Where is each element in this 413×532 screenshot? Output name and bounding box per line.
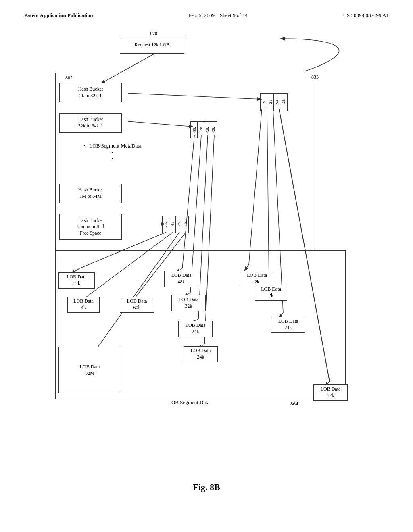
fig-caption: Fig. 8B [24, 482, 389, 493]
lob-data-48k: LOB Data48k [164, 271, 198, 287]
label-870: 870 [150, 31, 157, 37]
lob-data-24k: LOB Data24k [178, 321, 213, 337]
page-header: Patent Application Publication Feb. 5, 2… [24, 12, 389, 19]
cell-4k-s3: 4k [169, 216, 175, 233]
page: Patent Application Publication Feb. 5, 2… [0, 0, 413, 532]
header-right: US 2009/0037499 A1 [343, 12, 389, 19]
hash-bucket-uncommitted: Hash BucketUncommittedFree Space [59, 214, 122, 240]
cell-42k-1: 42k [204, 122, 210, 138]
cell-12k: 12k [280, 94, 287, 111]
label-802: 802 [65, 75, 73, 81]
lob-data-32m: LOB Data32M [58, 347, 121, 393]
lob-data-24k-2: LOB Data24k [184, 346, 218, 362]
segment-3-cells: 32k 4k 32M 60k [162, 216, 189, 233]
request-lob-box: Request 12k LOB [120, 37, 184, 54]
segment-2-cells: 48k 32k 42k 42k [190, 121, 217, 138]
cell-24k: 24k [273, 94, 280, 111]
cell-2k-2: 2k [267, 94, 273, 111]
lob-data-12k: LOB Data12k [313, 384, 348, 401]
header-left: Patent Application Publication [24, 12, 93, 19]
lob-data-4k: LOB Data4k [67, 297, 100, 313]
header-sheet: Sheet 9 of 14 [220, 12, 248, 18]
cell-42k-2: 42k [210, 122, 217, 138]
cell-32k-s3: 32k [163, 216, 169, 233]
header-center: Feb. 5, 2009 Sheet 9 of 14 [188, 12, 248, 19]
lob-segment-data-label: LOB Segment Data [168, 399, 210, 406]
cell-48k: 48k [191, 122, 197, 138]
hash-bucket-2k-32k: Hash Bucket2k to 32k-1 [59, 83, 122, 102]
cell-2k-1: 2k [261, 94, 267, 111]
lob-data-32k-mid: LOB Data32k [171, 295, 206, 311]
lob-data-32k: LOB Data32k [58, 272, 95, 289]
cell-32m-s3: 32M [175, 216, 182, 233]
hash-bucket-32k-64k: Hash Bucket32k to 64k-1 [59, 113, 122, 133]
hash-bucket-1m-64m: Hash Bucket1M to 64M [59, 184, 122, 203]
cell-60k-s3: 60k [182, 216, 188, 233]
lob-data-2k-2: LOB Data2k [255, 285, 287, 301]
lob-data-60k: LOB Data60k [120, 297, 154, 313]
label-864: 864 [290, 401, 298, 407]
header-date: Feb. 5, 2009 [188, 12, 215, 18]
label-833: 833 [311, 74, 319, 80]
lob-data-24k-3: LOB Data24k [271, 317, 305, 333]
lob-segment-metadata: • LOB Segment MetaData • • [83, 143, 142, 162]
diagram-area: 870 Request 12k LOB 802 Hash Bucket2k to… [31, 31, 382, 474]
cell-32k: 32k [197, 122, 204, 138]
segment-833-cells: 2k 2k 24k 12k [260, 93, 288, 111]
